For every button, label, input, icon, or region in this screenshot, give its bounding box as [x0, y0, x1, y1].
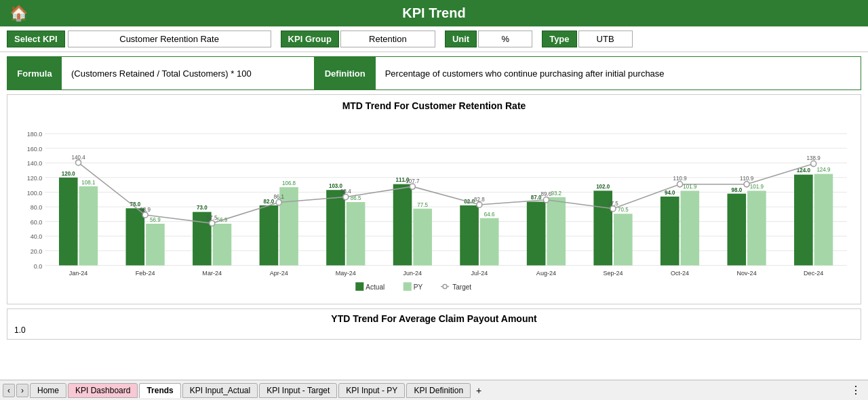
type-value[interactable]: UTB	[578, 31, 633, 47]
svg-text:120.0: 120.0	[27, 175, 43, 182]
svg-rect-81	[747, 191, 766, 265]
svg-text:May-24: May-24	[336, 270, 356, 277]
type-section: Type UTB	[542, 31, 632, 47]
svg-rect-86	[794, 175, 813, 266]
select-kpi-label: Select KPI	[7, 31, 65, 47]
svg-text:Nov-24: Nov-24	[737, 270, 757, 277]
svg-rect-45	[347, 202, 366, 265]
svg-rect-74	[660, 197, 679, 265]
svg-rect-106	[403, 282, 412, 290]
kpi-group-section: KPI Group Retention	[281, 31, 435, 47]
svg-text:140.0: 140.0	[27, 160, 43, 167]
svg-text:40.0: 40.0	[31, 233, 43, 240]
svg-text:100.0: 100.0	[27, 189, 43, 196]
top-bar: Select KPI Customer Retention Rate KPI G…	[0, 26, 868, 52]
bottom-chart-y-start: 1.0	[14, 325, 854, 335]
svg-rect-21	[79, 186, 98, 266]
svg-text:94.0: 94.0	[665, 190, 675, 196]
definition-text: Percentage of customers who continue pur…	[376, 57, 861, 89]
svg-point-93	[142, 212, 148, 218]
svg-rect-87	[814, 174, 833, 266]
tab-item-0[interactable]: Home	[30, 383, 66, 398]
svg-text:120.0: 120.0	[62, 171, 76, 177]
svg-rect-20	[59, 178, 78, 266]
svg-text:70.5: 70.5	[618, 207, 629, 213]
kpi-name-value[interactable]: Customer Retention Rate	[68, 31, 271, 47]
svg-text:180.0: 180.0	[27, 131, 43, 138]
svg-text:77.5: 77.5	[417, 202, 428, 208]
svg-point-109	[443, 284, 447, 288]
svg-text:Apr-24: Apr-24	[270, 270, 288, 277]
svg-text:108.1: 108.1	[81, 179, 96, 185]
unit-label: Unit	[445, 31, 477, 47]
svg-text:102.0: 102.0	[596, 184, 610, 190]
svg-point-99	[543, 197, 549, 203]
svg-rect-38	[260, 205, 279, 266]
svg-text:Feb-24: Feb-24	[136, 270, 155, 277]
main-chart-section: MTD Trend For Customer Retention Rate 0.…	[7, 94, 861, 304]
tab-item-4[interactable]: KPI Input - Target	[259, 383, 337, 398]
svg-point-94	[210, 220, 215, 226]
svg-text:Oct-24: Oct-24	[671, 270, 689, 277]
kpi-group-value[interactable]: Retention	[340, 31, 435, 47]
svg-rect-69	[614, 214, 633, 265]
svg-rect-50	[393, 184, 412, 266]
svg-text:Mar-24: Mar-24	[202, 270, 222, 277]
definition-label: Definition	[315, 57, 376, 89]
kpi-group-label: KPI Group	[281, 31, 339, 47]
svg-rect-44	[326, 190, 345, 265]
tab-item-1[interactable]: KPI Dashboard	[68, 383, 138, 398]
tab-item-6[interactable]: KPI Definition	[406, 383, 471, 398]
formula-label: Formula	[7, 57, 62, 89]
svg-text:20.0: 20.0	[31, 248, 43, 255]
tab-item-3[interactable]: KPI Input_Actual	[182, 383, 258, 398]
tab-prev-button[interactable]: ‹	[3, 384, 15, 397]
svg-text:Target: Target	[452, 283, 471, 291]
svg-rect-56	[460, 205, 479, 266]
tab-item-2[interactable]: Trends	[139, 383, 180, 398]
svg-text:Actual: Actual	[366, 283, 384, 291]
formula-text: (Customers Retained / Total Customers) *…	[62, 57, 315, 89]
type-label: Type	[542, 31, 576, 47]
svg-rect-62	[527, 202, 546, 266]
svg-rect-26	[126, 208, 145, 265]
svg-point-98	[477, 202, 482, 207]
unit-section: Unit %	[445, 31, 532, 47]
svg-text:60.0: 60.0	[31, 219, 43, 226]
svg-text:Jul-24: Jul-24	[471, 270, 488, 277]
svg-text:101.9: 101.9	[750, 184, 764, 190]
svg-rect-104	[355, 282, 363, 290]
chart-title: MTD Trend For Customer Retention Rate	[14, 100, 854, 111]
svg-text:PY: PY	[414, 283, 423, 291]
svg-text:Jun-24: Jun-24	[403, 270, 422, 277]
formula-definition-bar: Formula (Customers Retained / Total Cust…	[7, 56, 861, 90]
tab-add-button[interactable]: +	[472, 384, 486, 397]
svg-text:106.8: 106.8	[282, 180, 296, 186]
tab-more-button[interactable]: ⋮	[846, 384, 865, 397]
tab-bar: ‹ › HomeKPI DashboardTrendsKPI Input_Act…	[0, 380, 868, 400]
svg-text:Jan-24: Jan-24	[69, 270, 88, 277]
page-header: 🏠 KPI Trend	[0, 0, 868, 26]
svg-text:93.2: 93.2	[551, 191, 561, 197]
svg-text:64.6: 64.6	[484, 211, 495, 217]
home-icon[interactable]: 🏠	[9, 5, 28, 22]
svg-rect-51	[413, 209, 432, 266]
svg-rect-33	[213, 224, 232, 265]
svg-text:Dec-24: Dec-24	[804, 270, 823, 277]
svg-rect-80	[728, 194, 747, 266]
svg-text:56.9: 56.9	[150, 217, 161, 223]
svg-text:80.0: 80.0	[31, 204, 43, 211]
tab-item-5[interactable]: KPI Input - PY	[338, 383, 405, 398]
svg-rect-57	[480, 218, 499, 266]
chart-container: 0.020.040.060.080.0100.0120.0140.0160.01…	[14, 114, 854, 294]
svg-rect-75	[681, 191, 700, 265]
unit-value[interactable]: %	[478, 31, 532, 47]
svg-text:Sep-24: Sep-24	[603, 270, 623, 277]
tab-next-button[interactable]: ›	[16, 384, 28, 397]
bottom-chart-section: YTD Trend For Average Claim Payout Amoun…	[7, 308, 861, 340]
svg-point-92	[76, 160, 81, 165]
bottom-chart-title: YTD Trend For Average Claim Payout Amoun…	[14, 313, 854, 324]
svg-text:82.0: 82.0	[264, 199, 275, 205]
chart-svg: 0.020.040.060.080.0100.0120.0140.0160.01…	[14, 114, 854, 294]
page-title: KPI Trend	[402, 5, 465, 21]
